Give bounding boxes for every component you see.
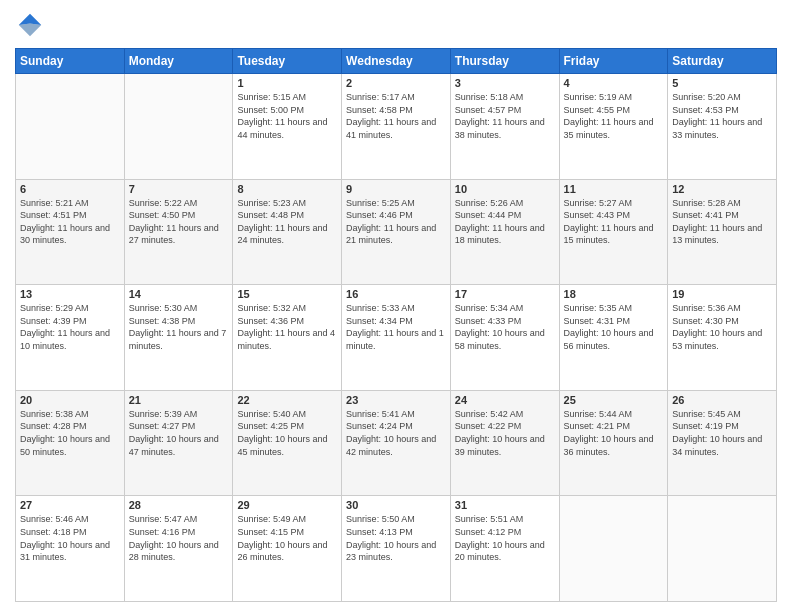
day-number: 9: [346, 183, 446, 195]
calendar-cell: 11Sunrise: 5:27 AMSunset: 4:43 PMDayligh…: [559, 179, 668, 285]
day-number: 13: [20, 288, 120, 300]
day-number: 20: [20, 394, 120, 406]
calendar-cell: 13Sunrise: 5:29 AMSunset: 4:39 PMDayligh…: [16, 285, 125, 391]
calendar-cell: 8Sunrise: 5:23 AMSunset: 4:48 PMDaylight…: [233, 179, 342, 285]
day-info: Sunrise: 5:41 AMSunset: 4:24 PMDaylight:…: [346, 408, 446, 458]
calendar-cell: 12Sunrise: 5:28 AMSunset: 4:41 PMDayligh…: [668, 179, 777, 285]
day-number: 5: [672, 77, 772, 89]
day-info: Sunrise: 5:32 AMSunset: 4:36 PMDaylight:…: [237, 302, 337, 352]
day-number: 19: [672, 288, 772, 300]
day-header-monday: Monday: [124, 49, 233, 74]
day-number: 2: [346, 77, 446, 89]
calendar-cell: 7Sunrise: 5:22 AMSunset: 4:50 PMDaylight…: [124, 179, 233, 285]
day-info: Sunrise: 5:46 AMSunset: 4:18 PMDaylight:…: [20, 513, 120, 563]
calendar-week-5: 27Sunrise: 5:46 AMSunset: 4:18 PMDayligh…: [16, 496, 777, 602]
calendar-cell: 15Sunrise: 5:32 AMSunset: 4:36 PMDayligh…: [233, 285, 342, 391]
logo: [15, 10, 49, 40]
calendar-cell: 16Sunrise: 5:33 AMSunset: 4:34 PMDayligh…: [342, 285, 451, 391]
calendar-cell: 21Sunrise: 5:39 AMSunset: 4:27 PMDayligh…: [124, 390, 233, 496]
calendar-cell: 4Sunrise: 5:19 AMSunset: 4:55 PMDaylight…: [559, 74, 668, 180]
calendar-cell: 22Sunrise: 5:40 AMSunset: 4:25 PMDayligh…: [233, 390, 342, 496]
day-header-saturday: Saturday: [668, 49, 777, 74]
day-info: Sunrise: 5:17 AMSunset: 4:58 PMDaylight:…: [346, 91, 446, 141]
calendar-cell: 25Sunrise: 5:44 AMSunset: 4:21 PMDayligh…: [559, 390, 668, 496]
calendar-cell: 3Sunrise: 5:18 AMSunset: 4:57 PMDaylight…: [450, 74, 559, 180]
day-info: Sunrise: 5:23 AMSunset: 4:48 PMDaylight:…: [237, 197, 337, 247]
day-number: 21: [129, 394, 229, 406]
logo-icon: [15, 10, 45, 40]
day-number: 22: [237, 394, 337, 406]
day-info: Sunrise: 5:22 AMSunset: 4:50 PMDaylight:…: [129, 197, 229, 247]
calendar-week-4: 20Sunrise: 5:38 AMSunset: 4:28 PMDayligh…: [16, 390, 777, 496]
day-info: Sunrise: 5:29 AMSunset: 4:39 PMDaylight:…: [20, 302, 120, 352]
day-info: Sunrise: 5:27 AMSunset: 4:43 PMDaylight:…: [564, 197, 664, 247]
day-number: 1: [237, 77, 337, 89]
day-info: Sunrise: 5:45 AMSunset: 4:19 PMDaylight:…: [672, 408, 772, 458]
day-number: 29: [237, 499, 337, 511]
day-number: 24: [455, 394, 555, 406]
calendar-cell: 9Sunrise: 5:25 AMSunset: 4:46 PMDaylight…: [342, 179, 451, 285]
day-info: Sunrise: 5:30 AMSunset: 4:38 PMDaylight:…: [129, 302, 229, 352]
calendar-cell: [559, 496, 668, 602]
day-info: Sunrise: 5:28 AMSunset: 4:41 PMDaylight:…: [672, 197, 772, 247]
day-header-thursday: Thursday: [450, 49, 559, 74]
day-number: 12: [672, 183, 772, 195]
day-number: 27: [20, 499, 120, 511]
page: SundayMondayTuesdayWednesdayThursdayFrid…: [0, 0, 792, 612]
calendar-cell: 28Sunrise: 5:47 AMSunset: 4:16 PMDayligh…: [124, 496, 233, 602]
calendar-cell: 31Sunrise: 5:51 AMSunset: 4:12 PMDayligh…: [450, 496, 559, 602]
day-number: 30: [346, 499, 446, 511]
day-number: 7: [129, 183, 229, 195]
calendar-cell: 26Sunrise: 5:45 AMSunset: 4:19 PMDayligh…: [668, 390, 777, 496]
day-info: Sunrise: 5:21 AMSunset: 4:51 PMDaylight:…: [20, 197, 120, 247]
day-info: Sunrise: 5:51 AMSunset: 4:12 PMDaylight:…: [455, 513, 555, 563]
day-info: Sunrise: 5:35 AMSunset: 4:31 PMDaylight:…: [564, 302, 664, 352]
day-info: Sunrise: 5:44 AMSunset: 4:21 PMDaylight:…: [564, 408, 664, 458]
day-info: Sunrise: 5:15 AMSunset: 5:00 PMDaylight:…: [237, 91, 337, 141]
calendar-cell: 20Sunrise: 5:38 AMSunset: 4:28 PMDayligh…: [16, 390, 125, 496]
calendar-cell: 10Sunrise: 5:26 AMSunset: 4:44 PMDayligh…: [450, 179, 559, 285]
calendar-cell: 6Sunrise: 5:21 AMSunset: 4:51 PMDaylight…: [16, 179, 125, 285]
day-number: 10: [455, 183, 555, 195]
calendar-cell: 18Sunrise: 5:35 AMSunset: 4:31 PMDayligh…: [559, 285, 668, 391]
day-number: 15: [237, 288, 337, 300]
calendar-cell: 1Sunrise: 5:15 AMSunset: 5:00 PMDaylight…: [233, 74, 342, 180]
day-info: Sunrise: 5:26 AMSunset: 4:44 PMDaylight:…: [455, 197, 555, 247]
calendar-cell: 27Sunrise: 5:46 AMSunset: 4:18 PMDayligh…: [16, 496, 125, 602]
day-info: Sunrise: 5:18 AMSunset: 4:57 PMDaylight:…: [455, 91, 555, 141]
day-info: Sunrise: 5:19 AMSunset: 4:55 PMDaylight:…: [564, 91, 664, 141]
day-info: Sunrise: 5:36 AMSunset: 4:30 PMDaylight:…: [672, 302, 772, 352]
day-number: 14: [129, 288, 229, 300]
calendar-week-2: 6Sunrise: 5:21 AMSunset: 4:51 PMDaylight…: [16, 179, 777, 285]
day-number: 6: [20, 183, 120, 195]
calendar-cell: [668, 496, 777, 602]
calendar-week-3: 13Sunrise: 5:29 AMSunset: 4:39 PMDayligh…: [16, 285, 777, 391]
day-header-friday: Friday: [559, 49, 668, 74]
day-number: 23: [346, 394, 446, 406]
day-number: 18: [564, 288, 664, 300]
day-number: 17: [455, 288, 555, 300]
day-info: Sunrise: 5:33 AMSunset: 4:34 PMDaylight:…: [346, 302, 446, 352]
day-header-sunday: Sunday: [16, 49, 125, 74]
calendar-cell: [124, 74, 233, 180]
day-number: 4: [564, 77, 664, 89]
calendar-header-row: SundayMondayTuesdayWednesdayThursdayFrid…: [16, 49, 777, 74]
day-number: 16: [346, 288, 446, 300]
day-info: Sunrise: 5:20 AMSunset: 4:53 PMDaylight:…: [672, 91, 772, 141]
calendar-cell: 23Sunrise: 5:41 AMSunset: 4:24 PMDayligh…: [342, 390, 451, 496]
day-number: 28: [129, 499, 229, 511]
day-info: Sunrise: 5:49 AMSunset: 4:15 PMDaylight:…: [237, 513, 337, 563]
calendar-cell: 17Sunrise: 5:34 AMSunset: 4:33 PMDayligh…: [450, 285, 559, 391]
day-number: 3: [455, 77, 555, 89]
calendar-cell: 14Sunrise: 5:30 AMSunset: 4:38 PMDayligh…: [124, 285, 233, 391]
day-info: Sunrise: 5:47 AMSunset: 4:16 PMDaylight:…: [129, 513, 229, 563]
day-number: 26: [672, 394, 772, 406]
calendar-cell: 29Sunrise: 5:49 AMSunset: 4:15 PMDayligh…: [233, 496, 342, 602]
day-info: Sunrise: 5:40 AMSunset: 4:25 PMDaylight:…: [237, 408, 337, 458]
calendar-cell: 2Sunrise: 5:17 AMSunset: 4:58 PMDaylight…: [342, 74, 451, 180]
calendar-week-1: 1Sunrise: 5:15 AMSunset: 5:00 PMDaylight…: [16, 74, 777, 180]
calendar-cell: 24Sunrise: 5:42 AMSunset: 4:22 PMDayligh…: [450, 390, 559, 496]
calendar-cell: 30Sunrise: 5:50 AMSunset: 4:13 PMDayligh…: [342, 496, 451, 602]
svg-marker-0: [19, 14, 42, 25]
day-info: Sunrise: 5:34 AMSunset: 4:33 PMDaylight:…: [455, 302, 555, 352]
